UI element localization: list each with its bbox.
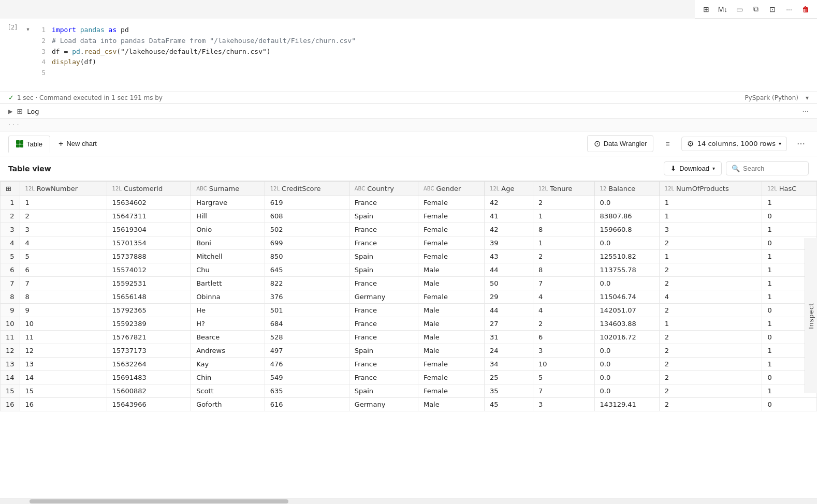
table-cell: 850 bbox=[265, 250, 349, 263]
table-cell: 11 bbox=[20, 331, 107, 344]
table-cell: Female bbox=[418, 250, 484, 263]
col-header-numofproducts[interactable]: 12L NumOfProducts bbox=[659, 182, 762, 196]
search-icon: 🔍 bbox=[732, 165, 740, 172]
new-chart-button[interactable]: + New chart bbox=[52, 135, 103, 153]
collapse-button[interactable]: ▾ bbox=[23, 24, 33, 34]
grid-icon: ⊞ bbox=[6, 185, 11, 192]
markdown-icon-button[interactable]: M↓ bbox=[716, 2, 730, 17]
table-cell: 41 bbox=[485, 210, 533, 223]
horizontal-scrollbar-thumb[interactable] bbox=[30, 499, 288, 503]
filter-button[interactable]: ≡ bbox=[660, 136, 675, 152]
table-cell: 2 bbox=[659, 371, 762, 384]
log-more-button[interactable]: ··· bbox=[803, 108, 809, 115]
col-header-age[interactable]: 12L Age bbox=[485, 182, 533, 196]
col-header-creditscore[interactable]: 12L CreditScore bbox=[265, 182, 349, 196]
more-icon-button[interactable]: ··· bbox=[782, 2, 796, 17]
table-cell: 0.0 bbox=[594, 236, 659, 250]
tab-bar-right: ⊙ Data Wrangler ≡ ⚙ 14 columns, 1000 row… bbox=[587, 135, 809, 152]
table-cell: 501 bbox=[265, 304, 349, 317]
table-tab[interactable]: Table bbox=[8, 136, 50, 153]
monitor-icon-button[interactable]: ▭ bbox=[732, 2, 747, 17]
table-cell: 376 bbox=[265, 290, 349, 304]
trash-icon-button[interactable]: 🗑 bbox=[798, 2, 813, 17]
col-header-tenure[interactable]: 12L Tenure bbox=[533, 182, 594, 196]
data-table-wrapper[interactable]: ⊞ 12L RowNumber 12L CustomerId bbox=[0, 181, 817, 498]
table-cell: France bbox=[349, 358, 418, 371]
table-cell: 608 bbox=[265, 210, 349, 223]
col-header-country[interactable]: ABC Country bbox=[349, 182, 418, 196]
table-cell: 39 bbox=[485, 236, 533, 250]
table-cell: Andrews bbox=[191, 344, 265, 358]
new-chart-label: New chart bbox=[66, 140, 97, 147]
split-icon-button[interactable]: ⊡ bbox=[765, 2, 780, 17]
table-cell: H? bbox=[191, 317, 265, 331]
table-cell: 25 bbox=[485, 371, 533, 384]
col-header-surname[interactable]: ABC Surname bbox=[191, 182, 265, 196]
table-cell: 42 bbox=[485, 196, 533, 210]
data-wrangler-button[interactable]: ⊙ Data Wrangler bbox=[587, 135, 654, 152]
table-cell: 645 bbox=[265, 263, 349, 277]
more-options-button[interactable]: ⋯ bbox=[793, 136, 809, 152]
table-cell: France bbox=[349, 317, 418, 331]
table-cell: France bbox=[349, 331, 418, 344]
table-cell: Male bbox=[418, 344, 484, 358]
download-button[interactable]: ⬇ Download ▾ bbox=[664, 161, 722, 175]
table-cell: Spain bbox=[349, 210, 418, 223]
runtime-chevron-icon[interactable]: ▾ bbox=[806, 94, 809, 101]
col-header-rownumber[interactable]: 12L RowNumber bbox=[20, 182, 107, 196]
cell-status: ✓ 1 sec · Command executed in 1 sec 191 … bbox=[0, 91, 817, 103]
table-view-label: Table view bbox=[8, 165, 51, 173]
table-cell: 7 bbox=[20, 277, 107, 290]
search-box[interactable]: 🔍 bbox=[726, 161, 809, 175]
code-line-4: 4 display(df) bbox=[37, 57, 809, 68]
inspect-panel[interactable]: Inspect bbox=[805, 238, 817, 393]
panel-icon-button[interactable]: ⊞ bbox=[699, 2, 713, 17]
table-cell: Male bbox=[418, 263, 484, 277]
table-cell: Obinna bbox=[191, 290, 265, 304]
col-header-customerid[interactable]: 12L CustomerId bbox=[107, 182, 191, 196]
table-cell: 502 bbox=[265, 223, 349, 236]
log-label: Log bbox=[27, 108, 39, 115]
table-cell: 143129.41 bbox=[594, 398, 659, 411]
table-cell: 619 bbox=[265, 196, 349, 210]
table-cell: Female bbox=[418, 236, 484, 250]
search-input[interactable] bbox=[743, 165, 803, 172]
table-cell: 0.0 bbox=[594, 384, 659, 398]
copy-icon-button[interactable]: ⧉ bbox=[749, 2, 763, 17]
table-cell: 15767821 bbox=[107, 331, 191, 344]
table-cell: Chu bbox=[191, 263, 265, 277]
col-header-hasc[interactable]: 12L HasC bbox=[762, 182, 817, 196]
table-cell: Bearce bbox=[191, 331, 265, 344]
code-text bbox=[52, 68, 56, 79]
table-cell: 50 bbox=[485, 277, 533, 290]
table-cell: 2 bbox=[659, 277, 762, 290]
table-cell: Male bbox=[418, 304, 484, 317]
table-cell: 4 bbox=[533, 290, 594, 304]
table-cell: 43 bbox=[485, 250, 533, 263]
table-cell: 159660.8 bbox=[594, 223, 659, 236]
columns-info[interactable]: ⚙ 14 columns, 1000 rows ▾ bbox=[681, 137, 787, 151]
line-number: 2 bbox=[37, 36, 46, 47]
log-expand-icon[interactable]: ▶ bbox=[8, 108, 12, 115]
table-cell: 2 bbox=[533, 196, 594, 210]
col-header-gender[interactable]: ABC Gender bbox=[418, 182, 484, 196]
row-index: 15 bbox=[1, 384, 20, 398]
table-cell: 6 bbox=[533, 331, 594, 344]
table-cell: Boni bbox=[191, 236, 265, 250]
table-cell: Chin bbox=[191, 371, 265, 384]
table-cell: 684 bbox=[265, 317, 349, 331]
col-header-balance[interactable]: 12 Balance bbox=[594, 182, 659, 196]
log-table-icon: ⊞ bbox=[17, 107, 23, 115]
log-row: ▶ ⊞ Log ··· bbox=[0, 104, 817, 119]
table-cell: 1 bbox=[533, 210, 594, 223]
table-cell: 0.0 bbox=[594, 277, 659, 290]
row-index: 6 bbox=[1, 263, 20, 277]
code-cell: [2] ▾ 1 import pandas as pd 2 # Load dat… bbox=[0, 19, 817, 104]
horizontal-scrollbar[interactable] bbox=[0, 498, 817, 504]
row-index: 13 bbox=[1, 358, 20, 371]
table-cell: 14 bbox=[20, 371, 107, 384]
table-cell: 34 bbox=[485, 358, 533, 371]
row-index: 10 bbox=[1, 317, 20, 331]
code-text: import pandas as pd bbox=[52, 25, 129, 36]
download-chevron-icon: ▾ bbox=[712, 166, 715, 171]
